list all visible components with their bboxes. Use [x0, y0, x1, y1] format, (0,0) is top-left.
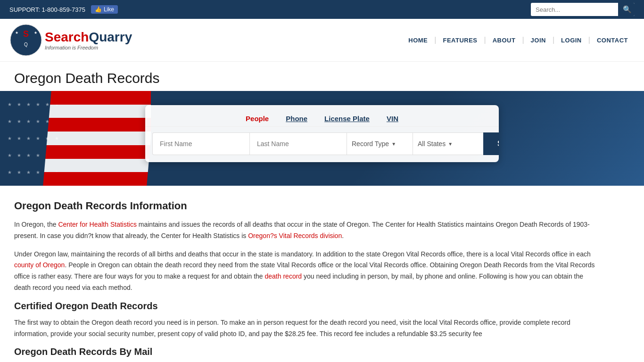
- nav-join[interactable]: JOIN: [524, 37, 553, 44]
- section1-title: Oregon Death Records Information: [14, 200, 599, 212]
- support-number: SUPPORT: 1-800-859-7375: [9, 6, 85, 13]
- death-record-link[interactable]: death record: [265, 272, 302, 280]
- flag-star: ★: [33, 164, 42, 181]
- search-panel-wrapper: People Phone License Plate VIN Record Ty…: [9, 105, 635, 162]
- top-bar: SUPPORT: 1-800-859-7375 👍 Like 🔍: [0, 0, 644, 19]
- logo-quarry: Quarry: [89, 30, 132, 44]
- search-panel: People Phone License Plate VIN Record Ty…: [145, 105, 499, 162]
- flag-stripe-red: [50, 91, 151, 105]
- nav-features[interactable]: FEATURES: [436, 37, 484, 44]
- tab-vin[interactable]: VIN: [378, 111, 407, 126]
- county-oregon-link[interactable]: county of Oregon: [14, 261, 65, 269]
- page-title: Oregon Death Records: [14, 70, 630, 86]
- logo-text: SearchQuarry Information is Freedom: [45, 30, 132, 50]
- tab-people[interactable]: People: [237, 111, 277, 126]
- top-search-bar[interactable]: 🔍: [531, 3, 635, 16]
- logo-icon: S Q ★ ★: [9, 24, 42, 57]
- record-type-label: Record Type: [352, 140, 389, 148]
- all-states-dropdown[interactable]: All States ▼: [413, 132, 483, 155]
- search-button[interactable]: SEARCH: [483, 132, 499, 155]
- logo-tagline: Information is Freedom: [45, 45, 132, 50]
- svg-text:Q: Q: [24, 42, 28, 47]
- header: S Q ★ ★ SearchQuarry Information is Free…: [0, 19, 644, 62]
- top-search-button[interactable]: 🔍: [618, 3, 635, 16]
- svg-text:S: S: [23, 29, 29, 39]
- logo-search: Search: [45, 30, 89, 44]
- tab-phone[interactable]: Phone: [277, 111, 316, 126]
- last-name-input[interactable]: [249, 132, 347, 155]
- flag-star: ★: [14, 164, 24, 181]
- flag-star: ★: [24, 164, 33, 181]
- record-type-dropdown[interactable]: Record Type ▼: [347, 132, 413, 155]
- flag-star: ★: [5, 164, 14, 181]
- top-search-input[interactable]: [531, 4, 618, 16]
- all-states-arrow-icon: ▼: [448, 141, 453, 147]
- section3-title: Oregon Death Records By Mail: [14, 346, 599, 357]
- nav-home[interactable]: HOME: [402, 37, 434, 44]
- record-type-arrow-icon: ▼: [391, 141, 396, 147]
- top-bar-left: SUPPORT: 1-800-859-7375 👍 Like: [9, 5, 118, 14]
- vital-records-link[interactable]: Oregon?s Vital Records division: [248, 232, 342, 239]
- svg-text:★: ★: [34, 31, 37, 35]
- main-nav: HOME | FEATURES | ABOUT | JOIN | LOGIN |…: [402, 36, 635, 44]
- svg-text:★: ★: [15, 31, 18, 35]
- thumbs-up-icon: 👍: [95, 6, 102, 13]
- all-states-label: All States: [418, 140, 446, 148]
- search-tabs: People Phone License Plate VIN: [145, 105, 499, 126]
- section1-paragraph2: Under Oregon law, maintaining the record…: [14, 249, 599, 294]
- section2-paragraph1: The first way to obtain the Oregon death…: [14, 317, 599, 340]
- facebook-like-button[interactable]: 👍 Like: [91, 5, 118, 14]
- nav-login[interactable]: LOGIN: [554, 37, 588, 44]
- logo[interactable]: S Q ★ ★ SearchQuarry Information is Free…: [9, 24, 132, 57]
- page-title-bar: Oregon Death Records: [0, 62, 644, 91]
- section2-title: Certified Oregon Death Records: [14, 301, 599, 312]
- logo-name: SearchQuarry: [45, 30, 132, 45]
- first-name-input[interactable]: [152, 132, 249, 155]
- nav-contact[interactable]: CONTACT: [590, 37, 635, 44]
- hero-banner: ★ ★ ★ ★ ★ ★ ★ ★ ★ ★ ★ ★ ★ ★ ★ ★ ★ ★ ★ ★ …: [0, 91, 644, 186]
- content-area: Oregon Death Records Information In Oreg…: [0, 186, 613, 362]
- fb-like-label: Like: [104, 6, 114, 13]
- center-health-link[interactable]: Center for Health Statistics: [58, 221, 137, 228]
- tab-license-plate[interactable]: License Plate: [316, 111, 378, 126]
- section1-paragraph1: In Oregon, the Center for Health Statist…: [14, 219, 599, 242]
- nav-about[interactable]: ABOUT: [486, 37, 522, 44]
- flag-stripe-red: [43, 172, 148, 186]
- search-fields: Record Type ▼ All States ▼ SEARCH: [145, 126, 499, 162]
